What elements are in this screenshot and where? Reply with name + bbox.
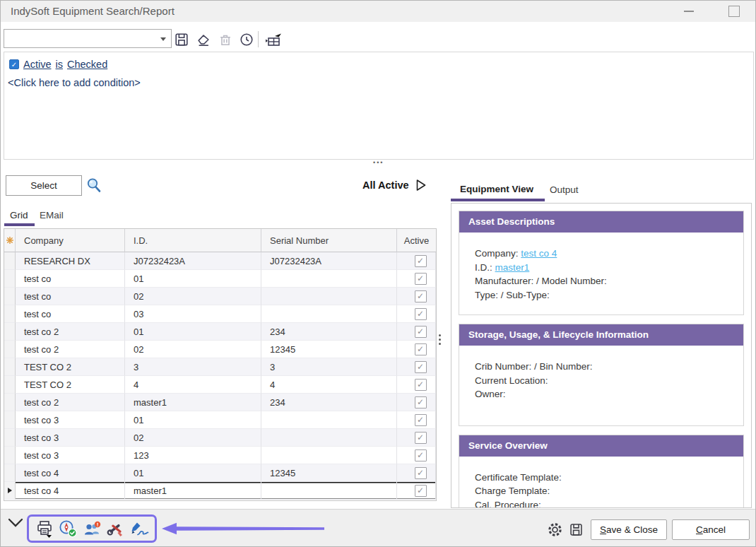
cell-serial[interactable] (261, 429, 397, 447)
cell-active[interactable]: ✓ (397, 411, 436, 429)
row-indicator[interactable] (4, 464, 16, 482)
cell-serial[interactable]: 3 (261, 358, 397, 376)
row-indicator[interactable] (4, 270, 16, 288)
cell-company[interactable]: TEST CO 2 (16, 358, 125, 376)
active-checkbox[interactable]: ✓ (415, 326, 427, 338)
cell-active[interactable]: ✓ (397, 323, 436, 341)
clear-conditions-button[interactable] (194, 30, 213, 49)
table-row[interactable]: test co 301✓ (4, 411, 436, 429)
cell-active[interactable]: ✓ (397, 305, 436, 323)
cell-id[interactable]: 01 (125, 411, 261, 429)
row-indicator[interactable] (4, 376, 16, 394)
active-checkbox[interactable]: ✓ (415, 273, 427, 285)
cell-company[interactable]: test co 3 (16, 447, 125, 464)
table-row[interactable]: TEST CO 233✓ (4, 358, 436, 376)
table-row[interactable]: test co 2master1234✓ (4, 394, 436, 411)
id-link[interactable]: master1 (495, 262, 530, 273)
cell-serial[interactable]: 234 (261, 323, 397, 341)
row-indicator[interactable] (4, 482, 16, 500)
cell-active[interactable]: ✓ (397, 429, 436, 447)
table-row[interactable]: TEST CO 244✓ (4, 376, 436, 394)
cell-company[interactable]: test co 4 (16, 482, 125, 500)
row-indicator[interactable] (4, 323, 16, 341)
active-checkbox[interactable]: ✓ (415, 379, 427, 391)
cell-serial[interactable] (261, 305, 397, 323)
cell-serial[interactable] (261, 411, 397, 429)
cell-id[interactable]: J07232423A (125, 252, 261, 270)
table-row[interactable]: test co01✓ (4, 270, 436, 288)
cell-serial[interactable]: J07232423A (261, 252, 397, 270)
cell-serial[interactable]: 12345 (261, 464, 397, 482)
tab-grid[interactable]: Grid (10, 210, 28, 220)
print-button[interactable] (35, 519, 54, 539)
cell-active[interactable]: ✓ (397, 270, 436, 288)
condition-checkbox[interactable]: ✓ (9, 59, 19, 69)
table-row[interactable]: test co 40112345✓ (4, 464, 436, 482)
active-checkbox[interactable]: ✓ (415, 432, 427, 444)
row-indicator[interactable] (4, 288, 16, 305)
table-row[interactable]: test co 3123✓ (4, 447, 436, 464)
column-header-company[interactable]: Company (16, 229, 125, 252)
table-row[interactable]: test co 302✓ (4, 429, 436, 447)
table-row[interactable]: RESEARCH DXJ07232423AJ07232423A✓ (4, 252, 436, 270)
company-link[interactable]: test co 4 (521, 248, 557, 259)
cell-active[interactable]: ✓ (397, 482, 436, 500)
search-profile-combo[interactable] (4, 29, 172, 48)
table-row[interactable]: test co02✓ (4, 288, 436, 305)
cell-company[interactable]: test co 3 (16, 429, 125, 447)
table-row[interactable]: test co 20212345✓ (4, 341, 436, 358)
cell-id[interactable]: 3 (125, 358, 261, 376)
cancel-button[interactable]: Cancel (672, 519, 750, 540)
tab-equipment-view[interactable]: Equipment View (460, 184, 533, 194)
save-and-close-button[interactable]: Save & Close (591, 519, 667, 540)
row-indicator[interactable] (4, 411, 16, 429)
cell-company[interactable]: test co 3 (16, 411, 125, 429)
cell-active[interactable]: ✓ (397, 341, 436, 358)
cell-serial[interactable] (261, 447, 397, 464)
cell-id[interactable]: master1 (125, 482, 261, 500)
row-indicator[interactable] (4, 252, 16, 270)
run-search-button[interactable]: All Active (362, 179, 427, 192)
layout-options-button[interactable] (264, 30, 283, 49)
cell-id[interactable]: master1 (125, 394, 261, 411)
cell-company[interactable]: test co (16, 270, 125, 288)
cell-company[interactable]: test co (16, 288, 125, 305)
cell-company[interactable]: test co 2 (16, 323, 125, 341)
cell-id[interactable]: 123 (125, 447, 261, 464)
cell-active[interactable]: ✓ (397, 394, 436, 411)
maximize-button[interactable] (721, 1, 748, 22)
signature-button[interactable] (129, 519, 149, 539)
cell-id[interactable]: 02 (125, 341, 261, 358)
cell-id[interactable]: 01 (125, 270, 261, 288)
condition-operator-link[interactable]: is (56, 59, 63, 70)
column-header-active[interactable]: Active (397, 229, 436, 252)
cell-serial[interactable]: 234 (261, 394, 397, 411)
save-search-button[interactable] (172, 30, 191, 49)
select-button[interactable]: Select (6, 175, 82, 196)
cell-id[interactable]: 01 (125, 464, 261, 482)
active-checkbox[interactable]: ✓ (415, 467, 427, 479)
active-checkbox[interactable]: ✓ (415, 485, 427, 497)
save-settings-button[interactable] (569, 522, 584, 540)
row-indicator[interactable] (4, 341, 16, 358)
condition-field-link[interactable]: Active (23, 59, 52, 70)
cell-active[interactable]: ✓ (397, 358, 436, 376)
combo-dropdown-icon[interactable] (160, 37, 166, 41)
cell-serial[interactable]: 4 (261, 376, 397, 394)
cell-company[interactable]: test co 2 (16, 394, 125, 411)
cell-id[interactable]: 02 (125, 288, 261, 305)
tab-output[interactable]: Output (550, 184, 579, 195)
vertical-splitter[interactable] (439, 334, 441, 345)
active-checkbox[interactable]: ✓ (415, 396, 427, 408)
cell-id[interactable]: 4 (125, 376, 261, 394)
row-indicator[interactable] (4, 429, 16, 447)
cell-serial[interactable]: 12345 (261, 341, 397, 358)
settings-button[interactable] (548, 522, 562, 540)
table-row[interactable]: test co03✓ (4, 305, 436, 323)
cell-company[interactable]: test co 2 (16, 341, 125, 358)
table-row[interactable]: test co 4master1✓ (4, 482, 436, 500)
validate-button[interactable] (59, 519, 78, 539)
cell-active[interactable]: ✓ (397, 447, 436, 464)
active-checkbox[interactable]: ✓ (415, 343, 427, 355)
active-checkbox[interactable]: ✓ (415, 308, 427, 320)
